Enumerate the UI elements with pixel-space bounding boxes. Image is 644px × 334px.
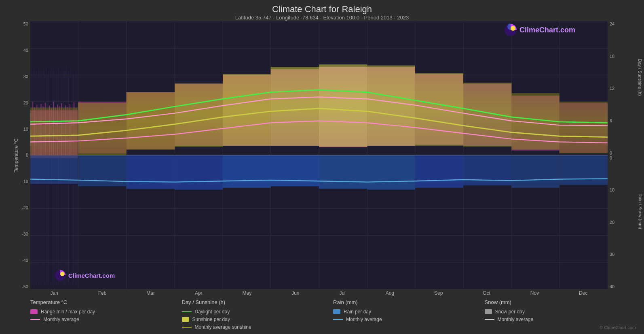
legend-sunshine: Day / Sunshine (h) Daylight per day Suns… <box>182 299 334 330</box>
rain-per-day-label: Rain per day <box>344 309 371 315</box>
copyright: © ClimeChart.com <box>485 325 636 330</box>
svg-rect-131 <box>73 72 74 285</box>
svg-rect-116 <box>55 73 55 283</box>
svg-rect-105 <box>41 72 42 286</box>
svg-rect-111 <box>49 71 49 285</box>
sunshine-per-day-label: Sunshine per day <box>192 317 230 322</box>
svg-rect-123 <box>63 69 64 285</box>
svg-rect-77 <box>223 74 270 146</box>
daylight-line-swatch <box>182 311 192 312</box>
chart-subtitle: Latitude 35.747 - Longitude -78.634 - El… <box>8 15 636 21</box>
legend-rain-per-day: Rain per day <box>333 309 485 315</box>
svg-rect-76 <box>175 83 223 147</box>
svg-rect-103 <box>38 68 39 286</box>
chart-title: Climate Chart for Raleigh <box>8 4 636 15</box>
chart-area: Temperature °C 50 40 30 20 10 0 -10 -20 … <box>8 21 636 289</box>
month-mar: Mar <box>146 290 155 296</box>
page-wrapper: Climate Chart for Raleigh Latitude 35.74… <box>0 0 644 334</box>
y-axis-right: 24 18 12 6 0 0 10 20 30 40 Day / Sunshin… <box>608 21 636 289</box>
svg-rect-113 <box>51 69 51 286</box>
legend-temperature: Temperature °C Range min / max per day M… <box>30 299 182 330</box>
legend-area: Temperature °C Range min / max per day M… <box>8 296 636 330</box>
rain-avg-label: Monthly average <box>346 317 382 322</box>
svg-rect-124 <box>65 72 65 285</box>
month-sep: Sep <box>434 290 443 296</box>
rain-bars <box>30 155 608 190</box>
svg-rect-127 <box>68 71 69 286</box>
svg-rect-107 <box>44 69 44 285</box>
svg-rect-88 <box>175 155 223 190</box>
logo-icon-bottom <box>55 270 66 281</box>
svg-rect-112 <box>50 77 50 283</box>
daylight-label: Daylight per day <box>195 309 230 315</box>
month-nov: Nov <box>530 290 539 296</box>
logo-bottom-left: ClimeChart.com <box>55 270 115 281</box>
y-axis-right-bottom-label: Rain / Snow (mm) <box>638 194 643 229</box>
svg-rect-126 <box>67 76 68 283</box>
legend-snow-title: Snow (mm) <box>485 299 636 305</box>
month-may: May <box>243 290 252 296</box>
brand-name-bottom: ClimeChart.com <box>68 272 115 279</box>
svg-rect-95 <box>511 155 559 188</box>
legend-temp-avg: Monthly average <box>30 317 182 322</box>
svg-rect-121 <box>61 71 61 285</box>
temp-range-swatch <box>30 309 38 314</box>
temp-range-label: Range min / max per day <box>41 309 95 315</box>
svg-rect-129 <box>71 68 71 286</box>
snow-swatch <box>485 309 492 314</box>
svg-rect-90 <box>271 155 319 187</box>
svg-rect-75 <box>127 92 175 150</box>
chart-header: Climate Chart for Raleigh Latitude 35.74… <box>8 4 636 21</box>
brand-name-top: ClimeChart.com <box>519 26 575 34</box>
svg-rect-100 <box>35 73 35 283</box>
legend-rain: Rain (mm) Rain per day Monthly average <box>333 299 485 330</box>
chart-canvas: ClimeChart.com ClimeChart.com <box>30 21 608 289</box>
legend-snow-avg: Monthly average <box>485 317 636 322</box>
svg-rect-120 <box>59 74 60 284</box>
y-ticks-right-top: 24 18 12 6 0 <box>608 21 636 155</box>
legend-sunshine-per-day: Sunshine per day <box>182 317 334 322</box>
snow-per-day-label: Snow per day <box>495 309 525 315</box>
legend-sunshine-avg: Monthly average sunshine <box>182 324 334 330</box>
rain-swatch <box>333 309 340 314</box>
chart-svg <box>30 21 608 289</box>
svg-rect-91 <box>319 155 367 189</box>
svg-rect-78 <box>271 67 319 146</box>
y-axis-left-label: Temperature °C <box>13 138 19 172</box>
svg-rect-89 <box>223 155 270 188</box>
y-axis-right-top-label: Day / Sunshine (h) <box>637 59 642 96</box>
logo-top-right: ClimeChart.com <box>504 23 575 36</box>
rain-avg-swatch <box>333 319 343 320</box>
svg-rect-117 <box>56 70 56 285</box>
svg-rect-97 <box>31 69 32 284</box>
svg-rect-74 <box>78 103 126 155</box>
svg-rect-119 <box>58 68 59 286</box>
legend-sunshine-title: Day / Sunshine (h) <box>182 299 334 305</box>
sunshine-swatch <box>182 317 189 322</box>
month-dec: Dec <box>579 290 587 296</box>
svg-rect-125 <box>66 66 66 287</box>
svg-rect-130 <box>72 74 72 284</box>
snow-avg-swatch <box>485 319 494 320</box>
svg-rect-96 <box>560 155 608 185</box>
svg-rect-79 <box>319 64 367 147</box>
svg-rect-106 <box>42 78 43 282</box>
svg-rect-93 <box>415 155 463 188</box>
temp-avg-label: Monthly average <box>43 317 79 322</box>
month-jul: Jul <box>339 290 345 296</box>
month-aug: Aug <box>386 290 394 296</box>
svg-rect-87 <box>127 155 175 189</box>
y-ticks-right-bottom: 0 10 20 30 40 <box>608 155 636 289</box>
svg-rect-133 <box>76 70 76 285</box>
svg-rect-80 <box>367 66 415 146</box>
month-oct: Oct <box>483 290 490 296</box>
sunshine-avg-swatch <box>182 327 192 328</box>
temp-avg-line-swatch <box>30 319 40 320</box>
svg-rect-84 <box>560 102 608 153</box>
month-jan: Jan <box>50 290 58 296</box>
svg-point-3 <box>60 272 65 276</box>
svg-rect-92 <box>367 155 415 190</box>
month-feb: Feb <box>98 290 107 296</box>
svg-rect-99 <box>34 67 34 287</box>
legend-rain-title: Rain (mm) <box>333 299 485 305</box>
